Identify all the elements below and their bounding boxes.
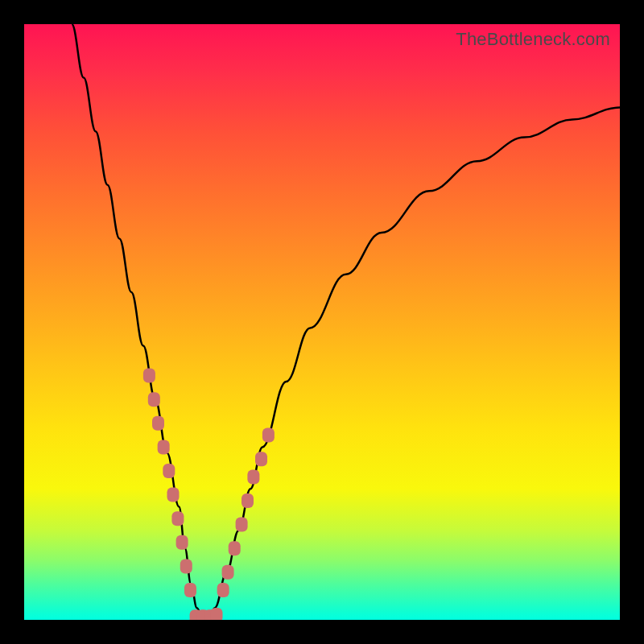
bottom-dots-point: [211, 608, 223, 620]
marker-group: [143, 369, 275, 620]
left-branch-dots-point: [148, 392, 160, 407]
left-branch-dots-point: [184, 583, 196, 597]
left-branch-dots-point: [167, 488, 180, 502]
curve-path: [72, 24, 620, 620]
v-curve-line: [72, 24, 620, 620]
left-branch-dots-point: [180, 559, 192, 573]
plot-area: TheBottleneck.com: [24, 24, 620, 620]
left-branch-dots-point: [152, 416, 164, 431]
chart-svg: [24, 24, 620, 620]
left-branch-dots-point: [176, 535, 188, 550]
right-branch-dots-point: [217, 583, 229, 597]
left-branch-dots-point: [158, 440, 170, 454]
left-branch-dots-point: [143, 369, 155, 383]
right-branch-dots-point: [242, 493, 254, 508]
left-branch-dots-point: [163, 464, 175, 478]
left-branch-dots-point: [171, 511, 184, 526]
right-branch-dots-point: [247, 469, 259, 484]
right-branch-dots-point: [229, 541, 241, 555]
right-branch-dots-point: [222, 565, 234, 580]
right-branch-dots-point: [262, 428, 275, 443]
chart-container: TheBottleneck.com: [0, 0, 644, 644]
right-branch-dots-point: [255, 452, 267, 466]
right-branch-dots-point: [236, 518, 248, 532]
